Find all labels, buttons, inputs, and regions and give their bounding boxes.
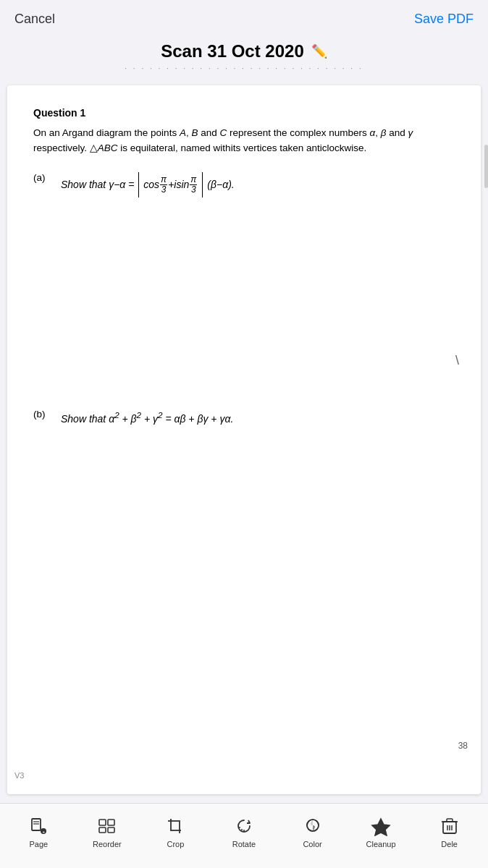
page-icon: + <box>28 816 49 836</box>
crop-icon <box>165 816 185 836</box>
doc-corner-mark: \ <box>455 353 459 368</box>
edit-title-icon[interactable]: ✏️ <box>311 43 327 59</box>
toolbar-item-reorder[interactable]: Reorder <box>87 816 127 848</box>
svg-point-13 <box>239 827 240 828</box>
rotate-label: Rotate <box>232 840 256 848</box>
title-area: Scan 31 Oct 2020 ✏️ <box>0 34 488 64</box>
question-intro: On an Argand diagram the points A, B and… <box>33 126 455 156</box>
cancel-button[interactable]: Cancel <box>14 12 55 27</box>
document-page: Question 1 On an Argand diagram the poin… <box>7 85 481 794</box>
document-title: Scan 31 Oct 2020 <box>161 41 303 61</box>
header: Cancel Save PDF <box>0 0 488 34</box>
svg-rect-7 <box>108 820 114 825</box>
delete-icon <box>439 816 460 836</box>
crop-label: Crop <box>167 840 184 848</box>
part-a: (a) Show that γ−α = cos π 3 + isin π 3 (… <box>33 172 455 197</box>
part-b: (b) Show that α2 + β2 + γ2 = αβ + βγ + γ… <box>33 409 455 427</box>
part-b-content: Show that α2 + β2 + γ2 = αβ + βγ + γα. <box>61 409 233 427</box>
part-b-label: (b) <box>33 409 54 420</box>
svg-point-15 <box>243 830 245 831</box>
rotate-icon <box>234 816 254 836</box>
svg-rect-8 <box>108 827 114 833</box>
color-icon <box>303 816 323 836</box>
reorder-label: Reorder <box>93 840 122 848</box>
question-label: Question 1 <box>33 107 455 119</box>
toolbar-item-cleanup[interactable]: Cleanup <box>361 816 401 848</box>
page-label: Page <box>29 840 48 848</box>
svg-rect-21 <box>447 819 453 822</box>
part-a-content: Show that γ−α = cos π 3 + isin π 3 (β−α)… <box>61 172 235 197</box>
toolbar-item-page[interactable]: + Page <box>18 816 59 848</box>
save-pdf-button[interactable]: Save PDF <box>414 12 474 27</box>
part-a-label: (a) <box>33 172 54 183</box>
color-label: Color <box>303 840 321 848</box>
cleanup-icon <box>371 816 391 836</box>
svg-point-14 <box>241 829 243 830</box>
delete-label: Dele <box>441 840 458 848</box>
scroll-indicator <box>484 145 488 188</box>
svg-text:+: + <box>43 830 46 834</box>
toolbar-item-rotate[interactable]: Rotate <box>224 816 264 848</box>
title-underline-dots: · · · · · · · · · · · · · · · · · · · · … <box>0 64 488 80</box>
part-b-work-space <box>33 435 455 595</box>
svg-marker-18 <box>372 819 390 835</box>
toolbar-item-crop[interactable]: Crop <box>155 816 195 848</box>
page-number: 38 <box>458 741 468 751</box>
toolbar-item-color[interactable]: Color <box>293 816 333 848</box>
cleanup-label: Cleanup <box>366 840 396 848</box>
reorder-icon <box>97 816 117 836</box>
svg-rect-0 <box>32 819 41 830</box>
svg-rect-5 <box>99 820 106 825</box>
version-label: V3 <box>14 771 24 780</box>
toolbar-item-delete[interactable]: Dele <box>429 816 470 848</box>
bottom-toolbar: + Page Reorder Crop R <box>0 803 488 868</box>
svg-rect-6 <box>99 827 106 833</box>
part-a-work-space <box>33 206 455 409</box>
